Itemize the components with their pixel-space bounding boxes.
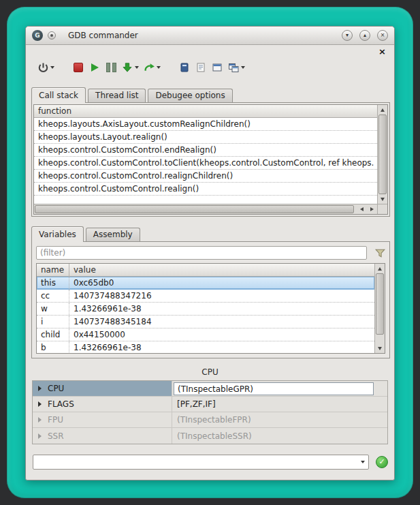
call-stack-rows: kheops.layouts.AxisLayout.customRealignC…	[34, 118, 377, 204]
cpu-value-editor[interactable]: (TInspectableGPR)	[174, 382, 374, 395]
scroll-down-icon[interactable]	[378, 194, 387, 204]
windows-icon	[227, 59, 240, 76]
vertical-scrollbar[interactable]	[377, 105, 387, 204]
variable-value: 140737488347216	[69, 290, 374, 302]
variables-table: name value this 0xc65db0 cc 140737488347…	[36, 263, 385, 354]
power-button[interactable]	[37, 59, 54, 76]
notes-button[interactable]	[178, 59, 191, 76]
call-stack-panel: function kheops.layouts.AxisLayout.custo…	[31, 102, 390, 217]
expander-icon[interactable]	[38, 417, 42, 423]
titlebar[interactable]: G GDB commander ▾ ▴ ×	[26, 27, 394, 45]
variable-value: 1.43266961e-38	[69, 303, 374, 315]
tab-variables[interactable]: Variables	[31, 226, 84, 242]
show-window-button[interactable]	[211, 59, 223, 76]
cpu-value-cell: (TInspectableFPR)	[172, 412, 387, 427]
horizontal-scrollbar[interactable]	[34, 204, 377, 214]
expander-icon[interactable]	[38, 433, 42, 439]
call-stack-header: function	[34, 105, 377, 118]
table-row[interactable]: b 1.43266961e-38	[37, 341, 374, 353]
table-row[interactable]: kheops.control.CustomControl.toClient(kh…	[34, 157, 377, 170]
cpu-row-ssr[interactable]: SSR (TInspectableSSR)	[33, 428, 387, 444]
scrollbar-thumb[interactable]	[376, 273, 384, 335]
variables-header: name value	[37, 264, 374, 277]
scrollbar-corner	[377, 204, 387, 214]
variable-value: 1.43266961e-38	[69, 341, 374, 353]
dropdown-caret-icon[interactable]	[241, 66, 245, 69]
step-into-button[interactable]	[121, 59, 139, 76]
pause-button[interactable]	[105, 59, 117, 76]
tab-debugee-options[interactable]: Debugee options	[148, 89, 232, 102]
output-button[interactable]	[195, 59, 207, 76]
register-group-label: FPU	[48, 415, 63, 425]
command-combobox[interactable]	[33, 455, 369, 470]
play-icon	[91, 63, 99, 72]
panel-close-button[interactable]: ×	[378, 47, 386, 57]
window-list-button[interactable]	[227, 59, 245, 76]
step-into-icon	[121, 59, 133, 76]
column-header-value[interactable]: value	[69, 265, 96, 275]
table-row[interactable]: i 140737488345184	[37, 316, 374, 328]
scroll-up-icon[interactable]	[375, 264, 385, 273]
table-row[interactable]: w 1.43266961e-38	[37, 303, 374, 316]
table-row[interactable]: cc 140737488347216	[37, 290, 374, 303]
dropdown-caret-icon[interactable]	[135, 66, 139, 69]
table-row[interactable]: child 0x44150000	[37, 328, 374, 341]
scroll-left-icon[interactable]	[357, 204, 366, 214]
variable-name: this	[37, 277, 69, 289]
register-group-label: FLAGS	[48, 399, 74, 409]
cpu-value-cell: [PF,ZF,IF]	[172, 397, 387, 412]
dropdown-arrow-icon	[361, 461, 365, 463]
app-icon[interactable]: G	[32, 30, 43, 41]
toolbar	[37, 57, 249, 78]
filter-button[interactable]	[373, 246, 387, 260]
scrollbar-thumb[interactable]	[378, 114, 387, 194]
tab-assembly[interactable]: Assembly	[86, 228, 140, 241]
vertical-scrollbar[interactable]	[374, 264, 385, 353]
filter-icon	[374, 247, 386, 259]
dropdown-caret-icon[interactable]	[157, 66, 161, 69]
scroll-right-icon[interactable]	[367, 204, 376, 214]
cpu-value-cell: (TInspectableGPR)	[172, 381, 387, 396]
cpu-group-title: CPU	[32, 365, 388, 379]
step-over-icon	[143, 59, 155, 76]
table-row[interactable]: kheops.layouts.AxisLayout.customRealignC…	[34, 118, 377, 131]
scroll-up-icon[interactable]	[378, 105, 387, 114]
cpu-row-fpu[interactable]: FPU (TInspectableFPR)	[33, 412, 387, 428]
window-icon	[212, 62, 223, 73]
variable-name: b	[37, 341, 69, 353]
run-button[interactable]	[88, 59, 101, 76]
table-row[interactable]: kheops.control.CustomControl.endRealign(…	[34, 144, 377, 157]
filter-input[interactable]	[36, 246, 367, 260]
table-row[interactable]: kheops.control.CustomControl.realignChil…	[34, 170, 377, 183]
expander-icon[interactable]	[38, 386, 42, 391]
column-header-name[interactable]: name	[37, 264, 69, 276]
table-row[interactable]: kheops.layouts.Layout.realign()	[34, 131, 377, 144]
variables-panel: name value this 0xc65db0 cc 140737488347…	[31, 241, 390, 358]
stop-button[interactable]	[72, 59, 84, 76]
shade-button[interactable]: ▾	[342, 30, 353, 41]
register-group-label: CPU	[48, 384, 64, 393]
variable-value: 0x44150000	[69, 328, 374, 341]
sticky-button[interactable]	[48, 31, 56, 40]
command-input[interactable]	[33, 455, 356, 469]
table-row[interactable]: kheops.control.CustomControl.realign()	[34, 183, 377, 196]
dropdown-arrow-button[interactable]	[356, 455, 368, 469]
cpu-groupbox: CPU CPU (TInspectableGPR)	[32, 365, 388, 446]
table-row[interactable]: this 0xc65db0	[37, 277, 374, 290]
tab-thread-list[interactable]: Thread list	[88, 89, 146, 102]
expander-icon[interactable]	[38, 401, 42, 407]
scrollbar-thumb[interactable]	[35, 205, 354, 213]
ok-button[interactable]: ✓	[376, 456, 388, 468]
register-group-label: SSR	[48, 431, 64, 441]
cpu-row-flags[interactable]: FLAGS [PF,ZF,IF]	[33, 397, 387, 412]
scroll-down-icon[interactable]	[375, 343, 385, 353]
column-header-function[interactable]: function	[34, 106, 71, 116]
step-over-button[interactable]	[143, 59, 161, 76]
cpu-row-cpu[interactable]: CPU (TInspectableGPR)	[33, 381, 387, 397]
unshade-button[interactable]: ▴	[359, 30, 370, 41]
close-button[interactable]: ×	[377, 30, 388, 41]
tab-call-stack[interactable]: Call stack	[31, 87, 86, 103]
dropdown-caret-icon[interactable]	[50, 66, 54, 69]
variables-rows: this 0xc65db0 cc 140737488347216 w 1.432…	[37, 277, 374, 353]
inspect-tabs: Variables Assembly	[31, 226, 142, 241]
